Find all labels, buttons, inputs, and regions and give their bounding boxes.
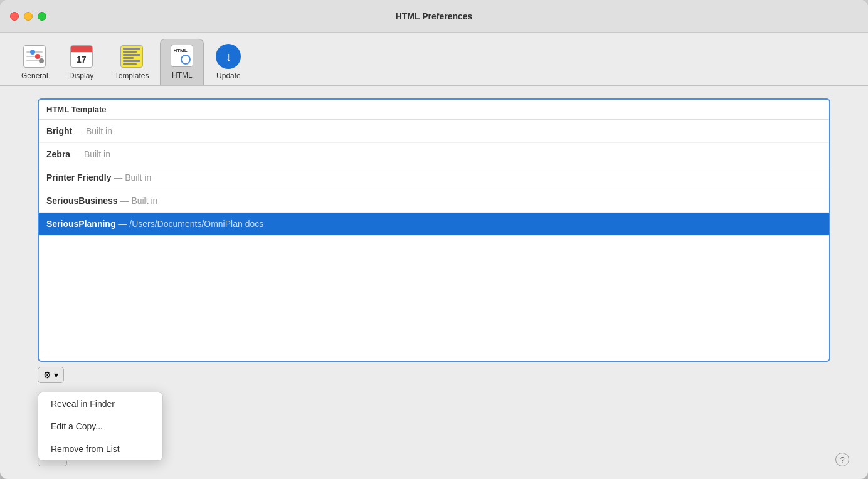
tab-general-label: General [21,71,48,80]
table-header: HTML Template [39,100,829,120]
html-icon: HTML [169,43,194,68]
calendar-icon: 17 [69,44,94,69]
row-name: Bright [46,126,72,136]
row-name-selected: SeriousPlanning [46,219,115,229]
gear-icon: ⚙ [43,370,51,380]
context-menu-item-edit[interactable]: Edit a Copy... [38,415,162,438]
context-menu: Reveal in Finder Edit a Copy... Remove f… [38,392,163,461]
tab-update-label: Update [216,71,241,80]
row-name: Zebra [46,149,70,159]
close-button[interactable] [10,12,19,21]
templates-icon [119,44,144,69]
context-menu-item-remove[interactable]: Remove from List [38,438,162,460]
context-menu-item-reveal[interactable]: Reveal in Finder [38,392,162,415]
template-list: HTML Template Bright — Built in Zebra — … [38,98,830,362]
chevron-down-icon: ▾ [54,370,58,380]
titlebar: HTML Preferences [0,0,868,33]
tab-html-label: HTML [172,71,193,80]
window-title: HTML Preferences [396,11,473,21]
row-name: SeriousBusiness [46,196,118,206]
help-button[interactable]: ? [835,453,849,466]
table-row[interactable]: Zebra — Built in [39,143,829,166]
row-suffix: — Built in [75,126,112,136]
row-suffix: — Built in [120,196,158,206]
gear-button[interactable]: ⚙ ▾ [38,367,64,383]
row-suffix: — Built in [114,172,151,182]
sliders-icon [22,44,47,69]
tab-templates-label: Templates [115,71,149,80]
row-suffix-selected: — /Users/Documents/OmniPlan docs [118,219,263,229]
table-row[interactable]: Bright — Built in [39,120,829,143]
tab-html[interactable]: HTML HTML [160,39,204,85]
maximize-button[interactable] [38,12,46,21]
tab-templates[interactable]: Templates [106,40,158,85]
tab-display-label: Display [69,71,93,80]
download-icon: ↓ [216,44,241,69]
tab-general[interactable]: General [13,40,57,85]
content-area: HTML Template Bright — Built in Zebra — … [0,86,868,479]
table-row-selected[interactable]: SeriousPlanning — /Users/Documents/OmniP… [39,213,829,236]
row-suffix: — Built in [73,149,110,159]
preferences-window: HTML Preferences General [0,0,868,479]
minimize-button[interactable] [24,12,33,21]
tab-display[interactable]: 17 Display [60,40,103,85]
traffic-lights [10,12,46,21]
gear-area: ⚙ ▾ Reveal in Finder Edit a Copy... Remo… [38,367,830,383]
table-row[interactable]: SeriousBusiness — Built in [39,189,829,213]
toolbar: General 17 Display [0,33,868,86]
table-row[interactable]: Printer Friendly — Built in [39,166,829,189]
tab-update[interactable]: ↓ Update [206,40,250,85]
row-name: Printer Friendly [46,172,111,182]
